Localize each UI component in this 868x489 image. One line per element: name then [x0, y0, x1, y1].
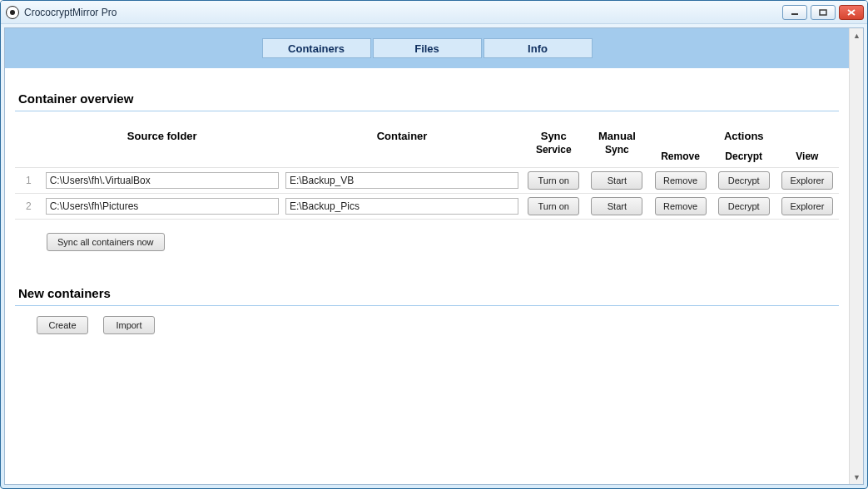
import-button[interactable]: Import — [103, 316, 155, 334]
sync-service-button[interactable]: Turn on — [528, 197, 579, 215]
app-window: CrococryptMirror Pro Containers Files — [0, 0, 868, 489]
page-body: Container overview Source folder — [5, 68, 849, 334]
svg-rect-1 — [820, 10, 826, 15]
maximize-icon — [819, 9, 827, 16]
new-containers-buttons: Create Import — [37, 316, 839, 334]
th-source-folder: Source folder — [42, 126, 282, 168]
content: Containers Files Info Container overview — [5, 28, 849, 484]
th-manual-sync: Manual Sync — [585, 126, 648, 168]
header-tabs: Containers Files Info — [5, 28, 849, 68]
client-area: Containers Files Info Container overview — [4, 27, 864, 485]
minimize-button[interactable] — [782, 5, 807, 20]
sync-service-button[interactable]: Turn on — [528, 171, 579, 190]
container-path-input[interactable] — [285, 172, 518, 189]
view-button[interactable]: Explorer — [781, 171, 833, 190]
row-number: 1 — [15, 168, 42, 194]
th-actions-decrypt: Decrypt — [712, 147, 776, 168]
titlebar: CrococryptMirror Pro — [1, 1, 867, 24]
section-overview: Container overview — [15, 91, 839, 111]
decrypt-button[interactable]: Decrypt — [718, 171, 770, 190]
th-actions-remove: Remove — [648, 147, 712, 168]
th-actions: Actions — [648, 126, 839, 147]
th-sync-service: Sync Service — [522, 126, 585, 168]
tab-info[interactable]: Info — [484, 38, 593, 58]
remove-button[interactable]: Remove — [655, 197, 707, 215]
minimize-icon — [791, 9, 799, 16]
manual-sync-button[interactable]: Start — [591, 197, 642, 215]
scroll-down-icon[interactable]: ▼ — [850, 470, 864, 484]
tab-files[interactable]: Files — [373, 38, 482, 58]
tab-containers[interactable]: Containers — [262, 38, 371, 58]
sync-all-row: Sync all containers now — [47, 233, 839, 251]
remove-button[interactable]: Remove — [655, 171, 707, 190]
view-button[interactable]: Explorer — [781, 197, 833, 215]
manual-sync-button[interactable]: Start — [591, 171, 642, 190]
window-title: CrococryptMirror Pro — [24, 7, 117, 18]
create-button[interactable]: Create — [37, 316, 88, 334]
app-icon — [6, 6, 19, 19]
close-button[interactable] — [839, 5, 864, 20]
th-actions-view: View — [776, 147, 839, 168]
section-new-containers: New containers — [15, 286, 839, 306]
svg-rect-0 — [791, 13, 798, 15]
scroll-up-icon[interactable]: ▲ — [850, 28, 864, 42]
source-folder-input[interactable] — [46, 198, 279, 215]
th-container: Container — [282, 126, 522, 168]
new-containers-title: New containers — [15, 286, 839, 304]
source-folder-input[interactable] — [46, 172, 279, 189]
decrypt-button[interactable]: Decrypt — [718, 197, 770, 215]
maximize-button[interactable] — [811, 5, 836, 20]
container-path-input[interactable] — [285, 198, 518, 215]
overview-title: Container overview — [15, 91, 839, 109]
containers-table: Source folder Container Sync Service Man… — [15, 126, 839, 220]
vertical-scrollbar[interactable]: ▲ ▼ — [849, 28, 863, 484]
table-row: 1 Turn on Start Remove Decrypt Explorer — [15, 168, 839, 194]
containers-table-wrap: Source folder Container Sync Service Man… — [15, 126, 839, 220]
close-icon — [847, 9, 856, 16]
row-number: 2 — [15, 194, 42, 220]
window-controls — [782, 5, 864, 20]
table-row: 2 Turn on Start Remove Decrypt Explorer — [15, 194, 839, 220]
sync-all-button[interactable]: Sync all containers now — [47, 233, 165, 251]
